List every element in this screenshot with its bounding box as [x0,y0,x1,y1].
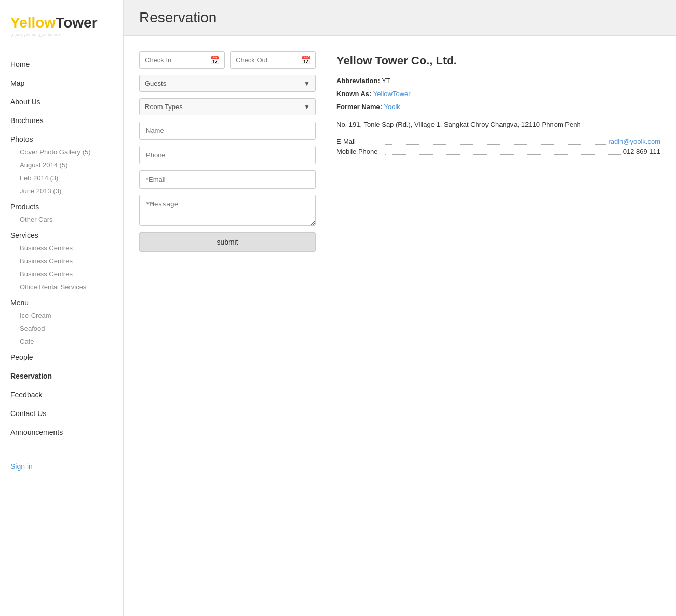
company-name: Yellow Tower Co., Ltd. [336,54,660,68]
page-title: Reservation [139,9,660,26]
sidebar-item-business-centres-2[interactable]: Business Centres [0,255,123,267]
sidebar-item-seafood[interactable]: Seafood [0,322,123,335]
sidebar-item-feb-2014[interactable]: Feb 2014 (3) [0,171,123,184]
name-input[interactable] [139,122,316,140]
sidebar-item-map[interactable]: Map [0,74,123,92]
sidebar-item-office-rental-services[interactable]: Office Rental Services [0,280,123,293]
sidebar-section-services: Services [0,226,123,242]
sidebar-item-contact-us[interactable]: Contact Us [0,404,123,423]
room-types-select-wrap: Room Types Single Double Suite Deluxe ▼ [139,98,316,115]
room-types-select[interactable]: Room Types Single Double Suite Deluxe [140,99,315,115]
sidebar-item-august-2014[interactable]: August 2014 (5) [0,158,123,171]
mobile-row: Mobile Phone 012 869 111 [336,148,660,155]
abbreviation-value: YT [382,77,390,85]
logo: YellowTower [10,16,113,30]
sidebar-item-ice-cream[interactable]: Ice-Cream [0,309,123,322]
sign-in-link[interactable]: Sign in [0,452,123,481]
sidebar-item-announcements[interactable]: Announcements [0,423,123,441]
reservation-form: 📅 📅 Guests 1 Guest 2 Guests 3 Guests 4 G… [139,51,316,600]
mobile-value: 012 869 111 [623,148,660,155]
message-input[interactable] [139,195,316,226]
checkout-calendar-icon[interactable]: 📅 [296,52,315,68]
known-as-value: YellowTower [373,90,411,98]
email-dots [385,139,606,145]
sidebar-item-home[interactable]: Home [0,55,123,74]
known-as-line: Known As: YellowTower [336,89,660,100]
sidebar-item-brochures[interactable]: Brochures [0,111,123,130]
main-content: Reservation 📅 📅 Guests 1 Guest 2 Guests [124,0,676,616]
address: No. 191, Tonle Sap (Rd.), Village 1, San… [336,119,660,130]
phone-input[interactable] [139,146,316,164]
former-name-line: Former Name: Yoolk [336,102,660,113]
email-label: E-Mail [336,138,383,145]
checkout-input[interactable] [231,52,296,68]
sidebar-item-cover-photo-gallery[interactable]: Cover Photo Gallery (5) [0,145,123,158]
sidebar-item-other-cars[interactable]: Other Cars [0,213,123,226]
sidebar-item-reservation[interactable]: Reservation [0,367,123,385]
checkout-wrap: 📅 [230,51,316,69]
sidebar-item-about-us[interactable]: About Us [0,92,123,111]
sidebar-item-business-centres-3[interactable]: Business Centres [0,267,123,280]
submit-button[interactable]: submit [139,232,316,252]
sidebar-item-business-centres-1[interactable]: Business Centres [0,242,123,255]
guests-select-wrap: Guests 1 Guest 2 Guests 3 Guests 4 Guest… [139,75,316,92]
checkin-input[interactable] [140,52,206,68]
page-header: Reservation [124,0,676,36]
sidebar-item-june-2013[interactable]: June 2013 (3) [0,184,123,197]
content-area: 📅 📅 Guests 1 Guest 2 Guests 3 Guests 4 G… [124,36,676,616]
logo-dark: Tower [56,15,97,31]
logo-area: YellowTower YellowTower [0,10,123,55]
email-input[interactable] [139,170,316,189]
checkin-calendar-icon[interactable]: 📅 [206,52,224,68]
company-info: Yellow Tower Co., Ltd. Abbreviation: YT … [336,51,660,600]
sidebar-section-menu: Menu [0,293,123,309]
sidebar-item-feedback[interactable]: Feedback [0,385,123,404]
mobile-dots [385,149,621,155]
email-value: radin@yoolk.com [608,138,660,145]
mobile-label: Mobile Phone [336,148,383,155]
abbreviation-label: Abbreviation: [336,77,380,85]
sidebar-item-cafe[interactable]: Cafe [0,335,123,348]
former-name-label: Former Name: [336,103,382,111]
sidebar-section-photos: Photos [0,130,123,145]
sidebar-section-products: Products [0,197,123,213]
guests-select[interactable]: Guests 1 Guest 2 Guests 3 Guests 4 Guest… [140,75,315,91]
email-row: E-Mail radin@yoolk.com [336,138,660,145]
known-as-label: Known As: [336,90,371,98]
former-name-value: Yoolk [384,103,400,111]
date-row: 📅 📅 [139,51,316,69]
logo-yellow: Yellow [10,15,56,31]
checkin-wrap: 📅 [139,51,225,69]
sidebar: YellowTower YellowTower Home Map About U… [0,0,124,616]
abbreviation-line: Abbreviation: YT [336,76,660,87]
logo-reflection: YellowTower [10,33,113,37]
sidebar-item-people[interactable]: People [0,348,123,367]
